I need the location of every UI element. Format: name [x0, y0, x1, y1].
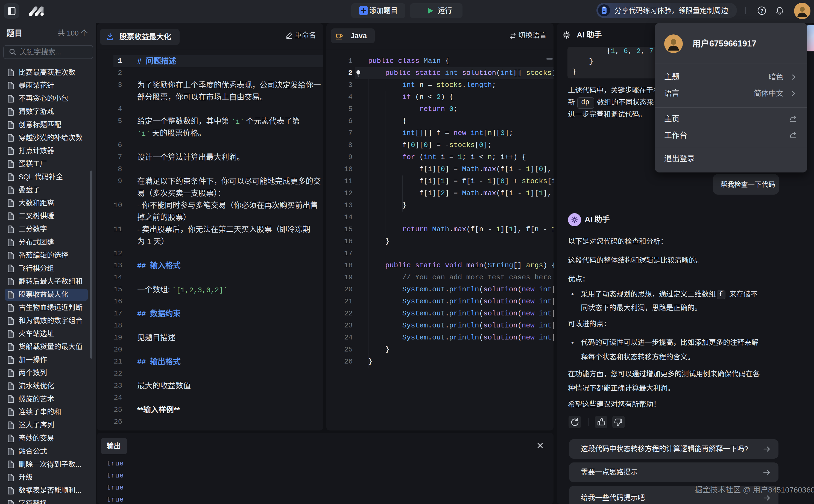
- svg-text:?: ?: [760, 8, 763, 14]
